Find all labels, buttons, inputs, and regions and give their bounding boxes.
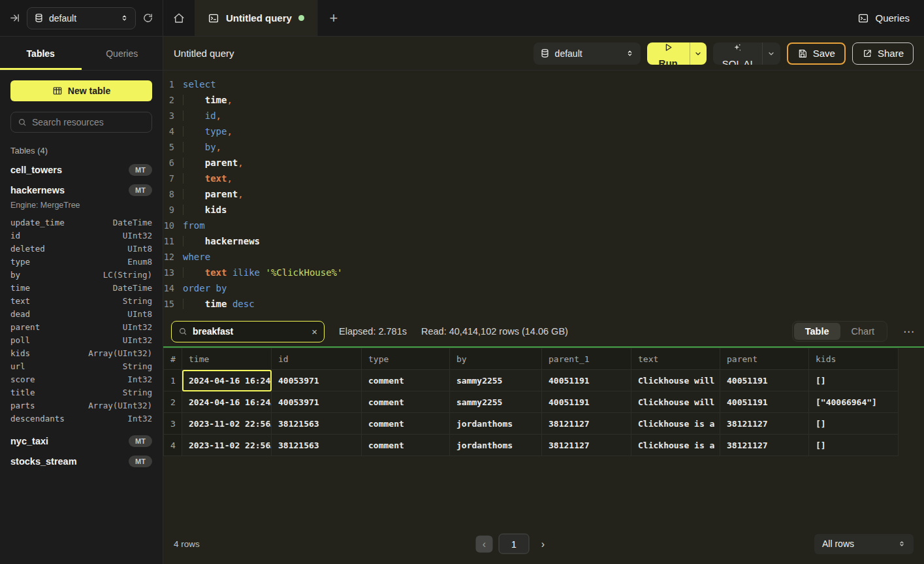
header-cell-id[interactable]: id: [272, 348, 362, 370]
cell[interactable]: 2023-11-02 22:56…: [182, 435, 272, 456]
chevron-down-icon: [767, 50, 775, 58]
cell[interactable]: []: [809, 370, 899, 391]
cell[interactable]: 38121127: [542, 435, 631, 456]
previous-page-button[interactable]: ‹: [475, 535, 492, 552]
cell[interactable]: sammy2255: [450, 370, 542, 391]
cell[interactable]: 40051191: [542, 370, 631, 391]
header-cell-by[interactable]: by: [450, 348, 542, 370]
cell[interactable]: 38121127: [542, 413, 631, 435]
page-size-value: All rows: [822, 539, 893, 549]
sql-ai-button[interactable]: SQL AI: [713, 42, 762, 65]
header-cell-parent[interactable]: parent: [720, 348, 809, 370]
header-cell-time[interactable]: time: [182, 348, 272, 370]
sql-token: select: [183, 79, 216, 90]
cell[interactable]: 40051191: [720, 391, 809, 413]
sidebar-item-hackernews[interactable]: hackernews MT: [10, 184, 152, 196]
refresh-button[interactable]: [142, 12, 153, 24]
column-type: LC(String): [103, 270, 152, 280]
collapse-sidebar-button[interactable]: [9, 12, 20, 24]
cell[interactable]: ["40066964"]: [809, 391, 899, 413]
cell[interactable]: jordanthoms: [450, 435, 542, 456]
view-toggle-chart[interactable]: Chart: [840, 323, 885, 340]
results-search-input[interactable]: [193, 326, 306, 337]
cell[interactable]: 38121127: [720, 435, 809, 456]
code-line: 8 parent,: [163, 186, 924, 202]
cell[interactable]: Clickhouse will …: [631, 391, 720, 413]
cell[interactable]: 40051191: [542, 391, 631, 413]
indent: [183, 142, 205, 152]
sql-ai-options-button[interactable]: [762, 42, 780, 65]
column-row: timeDateTime: [10, 281, 152, 294]
indent: [183, 95, 205, 105]
more-options-icon[interactable]: ⋯: [902, 325, 916, 339]
row-number[interactable]: 1: [164, 370, 182, 391]
resource-search-input[interactable]: [32, 117, 150, 127]
code-line: 10from: [163, 218, 924, 233]
cell-selected[interactable]: 2024-04-16 16:24…: [182, 370, 272, 391]
row-number[interactable]: 2: [164, 391, 182, 413]
engine-badge: MT: [129, 164, 152, 176]
run-options-button[interactable]: [690, 42, 707, 65]
refresh-icon: [142, 12, 153, 24]
cell[interactable]: 40053971: [272, 391, 362, 413]
cell[interactable]: Clickhouse is a …: [631, 435, 720, 456]
sql-editor[interactable]: 1select 2 time, 3 id, 4 type, 5 by, 6 pa…: [163, 71, 924, 316]
cell[interactable]: 40051191: [720, 370, 809, 391]
save-button[interactable]: Save: [787, 42, 846, 65]
cell[interactable]: comment: [362, 435, 450, 456]
column-row: pollUInt32: [10, 333, 152, 346]
queries-button[interactable]: Queries: [857, 12, 910, 24]
view-toggle-table[interactable]: Table: [794, 323, 840, 340]
cell[interactable]: 38121127: [720, 413, 809, 435]
share-button[interactable]: Share: [852, 42, 914, 65]
new-tab-button[interactable]: +: [318, 0, 349, 36]
header-cell-kids[interactable]: kids: [809, 348, 899, 370]
cell[interactable]: comment: [362, 370, 450, 391]
sidebar-item-stocks-stream[interactable]: stocks_stream MT: [10, 456, 152, 467]
cell[interactable]: comment: [362, 413, 450, 435]
column-type: String: [123, 361, 152, 371]
tab-queries[interactable]: Queries: [82, 37, 163, 70]
header-cell-text[interactable]: text: [631, 348, 720, 370]
code-line: 6 parent,: [163, 155, 924, 171]
column-row: byLC(String): [10, 268, 152, 281]
home-tab[interactable]: [163, 0, 195, 36]
tab-tables[interactable]: Tables: [0, 37, 82, 70]
cell[interactable]: 38121563: [272, 413, 362, 435]
header-cell-type[interactable]: type: [362, 348, 450, 370]
cell[interactable]: 38121563: [272, 435, 362, 456]
cell[interactable]: sammy2255: [450, 391, 542, 413]
cell[interactable]: Clickhouse will …: [631, 370, 720, 391]
cell[interactable]: 2023-11-02 22:56…: [182, 413, 272, 435]
cell[interactable]: comment: [362, 391, 450, 413]
cell[interactable]: []: [809, 413, 899, 435]
results-table-zone: # time id type by parent_1 text parent k…: [163, 346, 924, 456]
current-page-indicator[interactable]: 1: [498, 534, 529, 554]
clear-search-icon[interactable]: ×: [311, 326, 317, 337]
row-number[interactable]: 3: [164, 413, 182, 435]
toolbar-database-select[interactable]: default: [534, 42, 641, 65]
cell[interactable]: jordanthoms: [450, 413, 542, 435]
engine-badge: MT: [129, 456, 152, 467]
cell[interactable]: 40053971: [272, 370, 362, 391]
tab-untitled-query[interactable]: Untitled query: [195, 0, 318, 36]
new-table-button[interactable]: New table: [10, 80, 152, 101]
header-cell-index[interactable]: #: [164, 348, 182, 370]
sidebar-item-cell-towers[interactable]: cell_towers MT: [10, 164, 152, 176]
page-size-select[interactable]: All rows: [814, 534, 914, 554]
run-button[interactable]: Run: [647, 42, 690, 65]
table-row: 2 2024-04-16 16:24… 40053971 comment sam…: [164, 391, 899, 413]
column-row: urlString: [10, 359, 152, 373]
database-select[interactable]: default: [27, 7, 136, 29]
sidebar-item-nyc-taxi[interactable]: nyc_taxi MT: [10, 435, 152, 447]
row-number[interactable]: 4: [164, 435, 182, 456]
save-button-label: Save: [813, 48, 835, 59]
next-page-button[interactable]: ›: [535, 535, 550, 552]
sql-token: ,: [238, 158, 243, 168]
cell[interactable]: 2024-04-16 16:24…: [182, 391, 272, 413]
cell[interactable]: Clickhouse is a …: [631, 413, 720, 435]
header-cell-parent-1[interactable]: parent_1: [542, 348, 631, 370]
code-line: 9 kids: [163, 202, 924, 218]
cell[interactable]: []: [809, 435, 899, 456]
column-name: type: [10, 257, 30, 267]
